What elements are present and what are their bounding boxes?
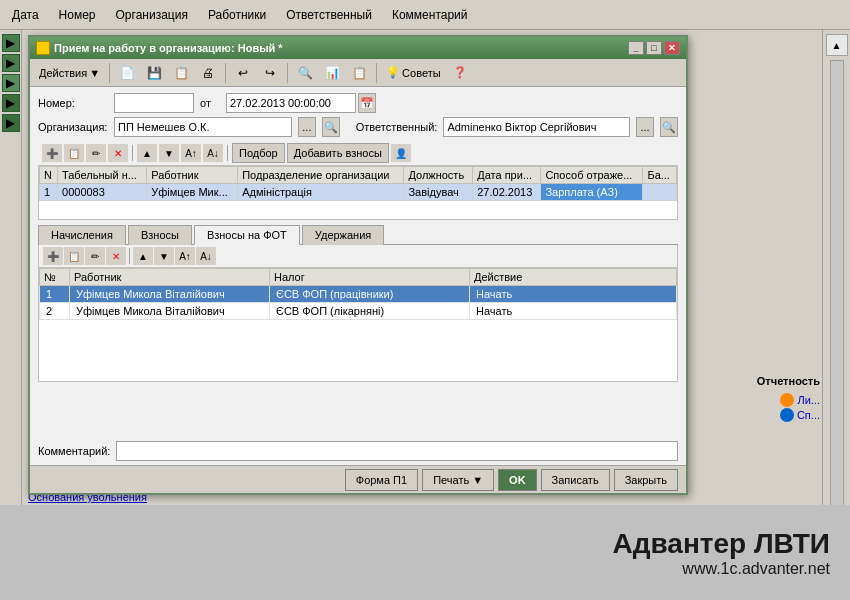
tbl-down-btn[interactable]: ▼ bbox=[159, 144, 179, 162]
topbar-item-4[interactable]: Ответственный bbox=[278, 6, 380, 24]
resp-label: Ответственный: bbox=[356, 121, 438, 133]
tbl-sort-asc-btn[interactable]: A↑ bbox=[181, 144, 201, 162]
cell-worker: Уфімцев Мик... bbox=[147, 184, 238, 201]
org-input[interactable] bbox=[114, 117, 292, 137]
podbor-label: Подбор bbox=[239, 147, 278, 159]
lower-sort-desc-btn[interactable]: A↓ bbox=[196, 247, 216, 265]
dialog-content: Номер: от 📅 Организация: ... 🔍 Ответстве… bbox=[30, 87, 686, 388]
print-button[interactable]: Печать ▼ bbox=[422, 469, 494, 491]
actions-dropdown[interactable]: Действия ▼ bbox=[34, 62, 105, 84]
nomer-row: Номер: от 📅 bbox=[38, 93, 678, 113]
resp-select-button[interactable]: 🔍 bbox=[660, 117, 678, 137]
tbl-del-btn[interactable]: ✕ bbox=[108, 144, 128, 162]
table-row[interactable]: 1 0000083 Уфімцев Мик... Адміністрація З… bbox=[40, 184, 677, 201]
tab-vznosy[interactable]: Взносы bbox=[128, 225, 192, 245]
sidebar-btn-3[interactable]: ▶ bbox=[2, 74, 20, 92]
toolbar-group-3: 🔍 📊 📋 bbox=[292, 62, 372, 84]
topbar-item-5[interactable]: Комментарий bbox=[384, 6, 476, 24]
save-button[interactable]: Записать bbox=[541, 469, 610, 491]
calendar-button[interactable]: 📅 bbox=[358, 93, 376, 113]
add-vznosy-button[interactable]: Добавить взносы bbox=[287, 143, 389, 163]
tbl-sort-desc-btn[interactable]: A↓ bbox=[203, 144, 223, 162]
sidebar-btn-5[interactable]: ▶ bbox=[2, 114, 20, 132]
toolbar-list-btn[interactable]: 📊 bbox=[319, 62, 345, 84]
col-dept: Подразделение организации bbox=[238, 167, 404, 184]
filter-icon: 📋 bbox=[351, 65, 367, 81]
close-dialog-button[interactable]: Закрыть bbox=[614, 469, 678, 491]
tab-nachisleniya[interactable]: Начисления bbox=[38, 225, 126, 245]
topbar-item-3[interactable]: Работники bbox=[200, 6, 274, 24]
lower-edit-btn[interactable]: ✏ bbox=[85, 247, 105, 265]
toolbar-undo-btn[interactable]: ↩ bbox=[230, 62, 256, 84]
tab-vznosy-fot[interactable]: Взносы на ФОТ bbox=[194, 225, 300, 245]
toolbar-redo-btn[interactable]: ↪ bbox=[257, 62, 283, 84]
topbar-item-2[interactable]: Организация bbox=[108, 6, 196, 24]
help-button[interactable]: ❓ bbox=[448, 62, 472, 84]
tbl-user-btn[interactable]: 👤 bbox=[391, 144, 411, 162]
topbar-item-1[interactable]: Номер bbox=[51, 6, 104, 24]
nomer-input[interactable] bbox=[114, 93, 194, 113]
close-button[interactable]: ✕ bbox=[664, 41, 680, 55]
resp-search-button[interactable]: ... bbox=[636, 117, 654, 137]
top-bar: Дата Номер Организация Работники Ответст… bbox=[0, 0, 850, 30]
forma-button[interactable]: Форма П1 bbox=[345, 469, 418, 491]
date-input[interactable] bbox=[226, 93, 356, 113]
dialog-title: Прием на работу в организацию: Новый * bbox=[54, 42, 283, 54]
report-link-2[interactable]: Сп... bbox=[780, 408, 820, 422]
tbl-add-btn[interactable]: ➕ bbox=[42, 144, 62, 162]
lower-cell-worker-2: Уфімцев Микола Віталійович bbox=[70, 303, 270, 320]
toolbar-new-btn[interactable]: 📄 bbox=[114, 62, 140, 84]
dialog-bottom-bar: Форма П1 Печать ▼ OK Записать Закрыть bbox=[30, 465, 686, 493]
search-icon: 🔍 bbox=[297, 65, 313, 81]
comment-input[interactable] bbox=[116, 441, 678, 461]
toolbar-sep-2 bbox=[225, 63, 226, 83]
lower-del-btn[interactable]: ✕ bbox=[106, 247, 126, 265]
lower-up-btn[interactable]: ▲ bbox=[133, 247, 153, 265]
sidebar-btn-2[interactable]: ▶ bbox=[2, 54, 20, 72]
lower-col-tax: Налог bbox=[270, 269, 470, 286]
toolbar-filter-btn[interactable]: 📋 bbox=[346, 62, 372, 84]
tab-uderzhaniya[interactable]: Удержания bbox=[302, 225, 384, 245]
report-link-1[interactable]: Ли... bbox=[780, 393, 820, 407]
toolbar-sep-1 bbox=[109, 63, 110, 83]
actions-chevron: ▼ bbox=[89, 67, 100, 79]
lower-table-row[interactable]: 2 Уфімцев Микола Віталійович ЄСВ ФОП (лі… bbox=[40, 303, 677, 320]
lower-col-worker: Работник bbox=[70, 269, 270, 286]
lower-cell-action-2: Начать bbox=[470, 303, 677, 320]
lower-add-btn[interactable]: ➕ bbox=[43, 247, 63, 265]
tabs-container: Начисления Взносы Взносы на ФОТ Удержани… bbox=[38, 224, 678, 245]
toolbar-sep-3 bbox=[287, 63, 288, 83]
minimize-button[interactable]: _ bbox=[628, 41, 644, 55]
toolbar-copy-btn[interactable]: 📋 bbox=[168, 62, 194, 84]
maximize-button[interactable]: □ bbox=[646, 41, 662, 55]
tbl-up-btn[interactable]: ▲ bbox=[137, 144, 157, 162]
org-search-button[interactable]: ... bbox=[298, 117, 316, 137]
toolbar-sep-4 bbox=[376, 63, 377, 83]
table-toolbar-upper: ➕ 📋 ✏ ✕ ▲ ▼ A↑ A↓ Подбор Добавить взносы… bbox=[38, 141, 678, 165]
sidebar-btn-4[interactable]: ▶ bbox=[2, 94, 20, 112]
toolbar-group-1: 📄 💾 📋 🖨 bbox=[114, 62, 221, 84]
cell-method: Зарплата (АЗ) bbox=[541, 184, 643, 201]
toolbar-search-btn[interactable]: 🔍 bbox=[292, 62, 318, 84]
col-worker: Работник bbox=[147, 167, 238, 184]
topbar-item-0[interactable]: Дата bbox=[4, 6, 47, 24]
resp-input[interactable] bbox=[443, 117, 630, 137]
toolbar-save-btn[interactable]: 💾 bbox=[141, 62, 167, 84]
ok-button[interactable]: OK bbox=[498, 469, 537, 491]
scrollbar-up[interactable]: ▲ bbox=[826, 34, 848, 56]
sidebar-btn-1[interactable]: ▶ bbox=[2, 34, 20, 52]
toolbar-print-btn[interactable]: 🖨 bbox=[195, 62, 221, 84]
lower-copy-btn[interactable]: 📋 bbox=[64, 247, 84, 265]
org-select-button[interactable]: 🔍 bbox=[322, 117, 340, 137]
save-icon: 💾 bbox=[146, 65, 162, 81]
new-icon: 📄 bbox=[119, 65, 135, 81]
tbl-copy-btn[interactable]: 📋 bbox=[64, 144, 84, 162]
sovety-button[interactable]: 💡 Советы bbox=[381, 62, 445, 84]
lower-table-row[interactable]: 1 Уфімцев Микола Віталійович ЄСВ ФОП (пр… bbox=[40, 286, 677, 303]
lower-sort-asc-btn[interactable]: A↑ bbox=[175, 247, 195, 265]
report-label: Отчетность bbox=[757, 375, 820, 387]
tbl-edit-btn[interactable]: ✏ bbox=[86, 144, 106, 162]
lower-down-btn[interactable]: ▼ bbox=[154, 247, 174, 265]
podbor-button[interactable]: Подбор bbox=[232, 143, 285, 163]
lower-table: № Работник Налог Действие 1 Уфімцев Мико… bbox=[39, 268, 677, 320]
